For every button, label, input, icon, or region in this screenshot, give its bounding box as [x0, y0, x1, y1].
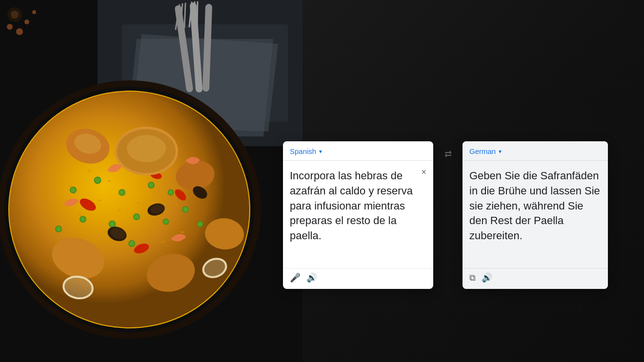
svg-point-63 — [56, 227, 61, 231]
svg-point-17 — [9, 92, 249, 327]
svg-point-54 — [71, 188, 76, 192]
copy-icon[interactable]: ⧉ — [469, 273, 476, 283]
source-speaker-icon[interactable]: 🔊 — [306, 272, 317, 283]
target-text-area: Geben Sie die Safranfäden in die Brühe u… — [463, 161, 608, 268]
target-actions: ⧉ 🔊 — [463, 268, 608, 289]
source-dropdown-arrow: ▾ — [319, 148, 322, 155]
source-text: Incorpora las hebras de azafrán al caldo… — [290, 169, 426, 244]
svg-point-58 — [169, 191, 173, 195]
source-text-area[interactable]: × Incorpora las hebras de azafrán al cal… — [283, 161, 433, 268]
svg-point-56 — [120, 190, 124, 195]
svg-point-94 — [32, 10, 36, 14]
svg-point-65 — [129, 241, 134, 246]
source-header: Spanish ▾ — [283, 141, 433, 161]
svg-point-66 — [183, 207, 188, 212]
svg-point-61 — [134, 214, 139, 219]
svg-point-57 — [149, 183, 154, 188]
source-language-select[interactable]: Spanish ▾ — [290, 147, 322, 155]
svg-line-13 — [197, 2, 198, 26]
svg-point-92 — [24, 19, 29, 24]
clear-button[interactable]: × — [421, 168, 426, 176]
swap-button[interactable]: ⇄ — [439, 145, 457, 163]
translator-container: Spanish ▾ × Incorpora las hebras de azaf… — [283, 141, 608, 289]
svg-point-93 — [7, 24, 13, 30]
svg-line-10 — [184, 3, 185, 28]
source-panel: Spanish ▾ × Incorpora las hebras de azaf… — [283, 141, 433, 289]
target-header: German ▾ — [463, 141, 608, 161]
paella-background — [0, 0, 302, 362]
svg-point-60 — [110, 222, 115, 227]
source-actions: 🎤 🔊 — [283, 268, 433, 289]
mic-icon[interactable]: 🎤 — [290, 272, 301, 283]
svg-point-96 — [7, 7, 22, 22]
svg-point-59 — [80, 217, 85, 222]
svg-point-55 — [95, 178, 101, 183]
target-dropdown-arrow: ▾ — [499, 148, 502, 155]
target-language-label: German — [469, 147, 496, 155]
target-text: Geben Sie die Safranfäden in die Brühe u… — [469, 169, 601, 244]
svg-point-80 — [127, 135, 166, 162]
source-language-label: Spanish — [290, 147, 316, 155]
target-panel: German ▾ Geben Sie die Safranfäden in di… — [463, 141, 608, 289]
target-speaker-icon[interactable]: 🔊 — [482, 272, 492, 283]
svg-point-95 — [16, 28, 23, 35]
target-language-select[interactable]: German ▾ — [469, 147, 502, 155]
svg-point-67 — [198, 222, 202, 227]
svg-point-62 — [164, 220, 168, 224]
